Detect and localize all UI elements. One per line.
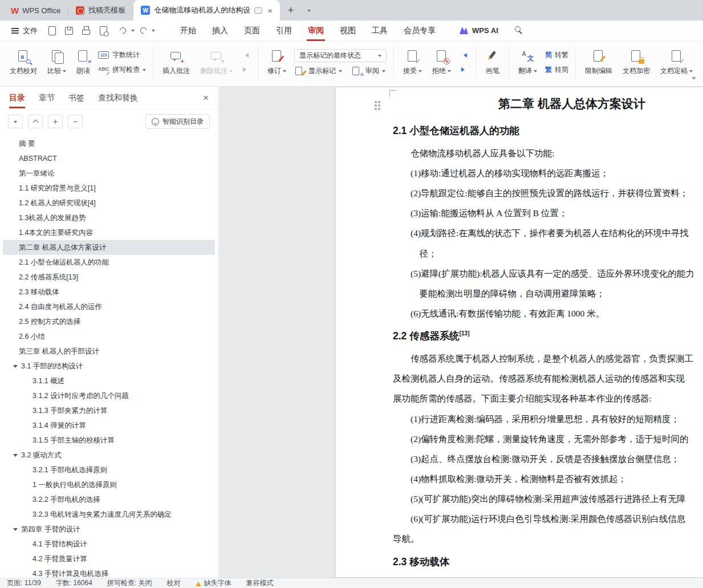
spell-check-button[interactable]: ABC✓ 拼写检查 bbox=[98, 65, 146, 75]
wps-ai-button[interactable]: WPS AI bbox=[460, 26, 498, 35]
document-line[interactable]: 2.2 传感器系统[13] bbox=[393, 322, 703, 347]
toc-expand-all-button[interactable]: + bbox=[48, 115, 63, 128]
toc-collapse-button[interactable] bbox=[28, 115, 43, 128]
compare-button[interactable]: 比较 bbox=[42, 48, 71, 78]
save-button[interactable] bbox=[62, 24, 76, 38]
toc-item[interactable]: 3.1 手部的结构设计 bbox=[3, 359, 215, 374]
document-line[interactable]: 2.1 小型仓储运机器人的功能 bbox=[393, 117, 703, 142]
next-comment-button[interactable] bbox=[241, 65, 251, 74]
chevron-down-icon[interactable] bbox=[13, 528, 18, 533]
smart-toc-button[interactable]: 智能识别目录 bbox=[145, 114, 210, 129]
undo-button[interactable] bbox=[116, 24, 129, 38]
toc-item[interactable]: 3.1.2 设计时应考虑的几个问题 bbox=[3, 388, 215, 403]
restrict-editing-button[interactable]: 限制编辑 bbox=[580, 48, 617, 78]
toc-item[interactable]: 3.1.5 手部主轴的校核计算 bbox=[3, 433, 215, 448]
toc-item[interactable]: 1.1 研究的背景与意义[1] bbox=[3, 181, 215, 196]
print-preview-button[interactable] bbox=[96, 24, 110, 38]
document-line[interactable]: 径； bbox=[393, 242, 703, 262]
toc-item[interactable]: 第二章 机器人总体方案设计 bbox=[3, 240, 215, 255]
toc-item[interactable]: 1 一般执行电机的选择原则 bbox=[3, 477, 215, 492]
document-line[interactable]: (2)导航跟定位:能够自主的按照预先设置的路线运行，并获得位置资料； bbox=[393, 182, 703, 202]
translate-button[interactable]: A文 翻译 bbox=[513, 48, 542, 78]
menu-tab[interactable]: 视图 bbox=[332, 21, 364, 41]
finalize-document-button[interactable]: ✓ 文档定稿 bbox=[655, 48, 698, 78]
menu-tab[interactable]: 插入 bbox=[204, 21, 236, 41]
document-line[interactable]: (1)行进距离检测:编码器，采用积分增量思想，具有较好的短期精度； bbox=[393, 408, 703, 428]
document-line[interactable]: 要能检测出明显的障碍物，自动调用避障策略； bbox=[393, 282, 703, 302]
menu-tab[interactable]: 引用 bbox=[268, 21, 300, 41]
review-pane-button[interactable]: ≡ 审阅 bbox=[351, 66, 385, 76]
tab-current-document[interactable]: W 仓储物流移动机器人的结构设 × bbox=[133, 0, 280, 21]
insert-comment-button[interactable]: + 插入批注 bbox=[157, 48, 195, 78]
doc-proofread-button[interactable]: a 文档校对 bbox=[5, 48, 42, 78]
delete-comment-button[interactable]: × 删除批注 bbox=[195, 48, 238, 78]
toc-item[interactable]: 2.5 控制方式的选择 bbox=[3, 314, 215, 329]
reject-change-button[interactable]: 拒绝 bbox=[427, 48, 456, 78]
encrypt-document-button[interactable]: 文档加密 bbox=[617, 48, 655, 78]
document-line[interactable]: 及检测机器人自身的运动。传感器系统有能检测机器人运动的传感器和实现 bbox=[393, 367, 703, 387]
toc-item[interactable]: 2.3 移动载体 bbox=[3, 285, 215, 299]
redo-button[interactable] bbox=[136, 24, 150, 38]
menu-tab[interactable]: 开始 bbox=[172, 21, 204, 41]
sidebar-tab-sections[interactable]: 章节 bbox=[39, 87, 55, 110]
tab-list-button[interactable] bbox=[302, 3, 316, 18]
toc-item[interactable]: 3.2.3 电机转速与夹紧力速度几何关系的确定 bbox=[3, 507, 215, 522]
missing-font-warning[interactable]: 缺失字体 bbox=[196, 578, 231, 588]
toc-item[interactable]: 3.1.4 弹簧的计算 bbox=[3, 418, 215, 433]
document-line[interactable]: 导航。 bbox=[393, 528, 703, 548]
toc-item[interactable]: 第一章绪论 bbox=[3, 166, 215, 181]
document-line[interactable]: (4)物料抓取检测:微动开关，检测物料是否被有效抓起； bbox=[393, 468, 703, 488]
document-line[interactable]: 2.3 移动载体 bbox=[393, 548, 703, 573]
traditional-to-simplified-button[interactable]: 繁 转简 bbox=[545, 65, 568, 75]
menu-tab[interactable]: 会员专享 bbox=[396, 21, 444, 41]
chevron-down-icon[interactable] bbox=[13, 454, 18, 459]
toc-item[interactable]: 2.1 小型仓储运机器人的功能 bbox=[3, 255, 215, 270]
menu-tab[interactable]: 审阅 bbox=[300, 21, 332, 41]
document-line[interactable]: (6)(可扩展功能)运行环境白色引导线检测:采用颜色传感器识别白线信息 bbox=[393, 508, 703, 528]
chevron-down-icon[interactable] bbox=[13, 365, 18, 370]
toc-item[interactable]: 2.2 传感器系统[13] bbox=[3, 270, 215, 285]
document-line[interactable]: 第二章 机器人总体方案设计 bbox=[393, 88, 703, 117]
ink-pen-button[interactable]: 画笔 bbox=[481, 48, 505, 78]
toc-item[interactable]: 2.6 小结 bbox=[3, 329, 215, 344]
document-line[interactable]: 移动载体能执行小型仓储物流移动机器人的移动功能。常见的移动载体有 bbox=[393, 573, 703, 577]
close-sidebar-icon[interactable]: × bbox=[203, 93, 209, 103]
next-change-button[interactable] bbox=[459, 65, 469, 74]
proofread-indicator[interactable]: 校对 bbox=[167, 578, 181, 588]
document-line[interactable]: (5)(可扩展功能)突出的障碍物检测:采用超声波传感器行进路径上有无障 bbox=[393, 488, 703, 508]
toc-item[interactable]: 2.4 自由度与机器人的运作 bbox=[3, 299, 215, 314]
page-indicator[interactable]: 页面: 11/39 bbox=[7, 578, 41, 588]
document-line[interactable]: 仓储物流移动机器人应具备以下功能: bbox=[393, 142, 703, 162]
toc-item[interactable]: 1.3机器人的发展趋势 bbox=[3, 210, 215, 225]
tab-wps-office[interactable]: W WPS Office bbox=[3, 0, 68, 21]
toc-item[interactable]: 第三章 机器人的手部设计 bbox=[3, 344, 215, 359]
word-count-indicator[interactable]: 字数: 16064 bbox=[56, 578, 92, 588]
toc-item[interactable]: 3.2 驱动方式 bbox=[3, 448, 215, 463]
toc-level-select[interactable] bbox=[8, 115, 23, 128]
new-document-button[interactable] bbox=[45, 24, 59, 38]
toc-item[interactable]: 1.2 机器人的研究现状[4] bbox=[3, 196, 215, 210]
tab-docer-template[interactable]: 找稿壳模板 bbox=[68, 0, 133, 21]
toc-item[interactable]: ABSTRACT bbox=[3, 151, 215, 166]
toc-item[interactable]: 3.1.3 手部夹紧力的计算 bbox=[3, 403, 215, 418]
new-tab-button[interactable]: + bbox=[283, 3, 298, 18]
toc-item[interactable]: 4.2 手臂质量计算 bbox=[3, 551, 215, 566]
toc-item[interactable]: 3.2.1 手部电机选择原则 bbox=[3, 463, 215, 477]
menu-tab[interactable]: 工具 bbox=[364, 21, 396, 41]
sidebar-tab-toc[interactable]: 目录 bbox=[9, 87, 25, 110]
document-line[interactable]: (3)起点、终点摆放台检测:微动开关，反馈是否接触摆放台侧壁信息； bbox=[393, 448, 703, 468]
document-line[interactable]: (6)无线通讯:有数据传输功能，有效距离 1000 米。 bbox=[393, 302, 703, 322]
document-line[interactable]: (4)规划路径:在离线的状态下，操作者要为机器人在结构化的环境中寻找 bbox=[393, 222, 703, 242]
markup-state-select[interactable]: 显示标记的最终状态 bbox=[294, 49, 387, 62]
accept-change-button[interactable]: ✓ 接受 bbox=[398, 48, 427, 78]
close-tab-icon[interactable]: × bbox=[267, 6, 273, 15]
spellcheck-indicator[interactable]: 拼写检查: 关闭 bbox=[107, 578, 152, 588]
sidebar-tab-find-replace[interactable]: 查找和替换 bbox=[98, 87, 138, 110]
simplified-to-traditional-button[interactable]: 简 转繁 bbox=[545, 50, 568, 60]
toc-item[interactable]: 3.1.1 概述 bbox=[3, 374, 215, 388]
menu-tab[interactable]: 页面 bbox=[236, 21, 268, 41]
word-count-button[interactable]: 123 字数统计 bbox=[98, 50, 146, 60]
document-line[interactable]: 传感器系统属于机器人控制系统，是整个机器人的感觉器官，负责探测工 bbox=[393, 347, 703, 367]
show-markup-button[interactable]: 显示标记 bbox=[294, 66, 342, 76]
toc-item[interactable]: 第四章 手臂的设计 bbox=[3, 522, 215, 537]
